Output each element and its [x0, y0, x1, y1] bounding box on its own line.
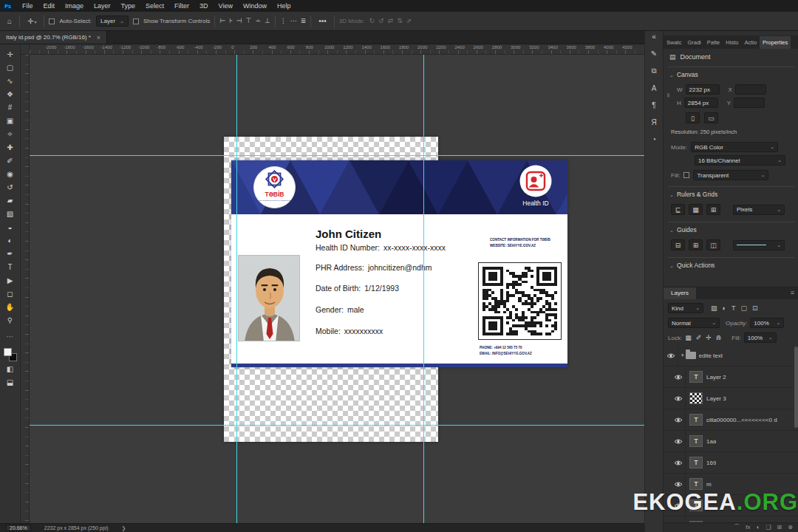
- filter-smart-icon[interactable]: ⊡: [752, 305, 758, 312]
- toggle-rulers-icon[interactable]: ⊑: [671, 204, 685, 215]
- horizontal-guide[interactable]: [30, 425, 644, 426]
- ruler-units-dropdown[interactable]: Pixels: [733, 205, 785, 215]
- menu-item-help[interactable]: Help: [272, 0, 296, 12]
- blend-mode-dropdown[interactable]: Normal: [668, 318, 720, 328]
- visibility-toggle-icon[interactable]: [671, 409, 686, 430]
- auto-select-dropdown[interactable]: Layer: [96, 16, 129, 27]
- panel-tab-histo[interactable]: Histo: [723, 36, 741, 49]
- guides-section-header[interactable]: ⌄Guides: [669, 226, 697, 233]
- tab-layers[interactable]: Layers: [664, 287, 696, 299]
- history-brush-tool-icon[interactable]: ↺: [1, 180, 19, 194]
- layers-scrollbar[interactable]: [794, 347, 798, 428]
- add-guide-icon[interactable]: ⊟: [671, 239, 685, 250]
- menu-item-select[interactable]: Select: [140, 0, 169, 12]
- layer-effects-icon[interactable]: fx: [746, 525, 750, 531]
- eraser-tool-icon[interactable]: ▰: [1, 194, 19, 207]
- shape-tool-icon[interactable]: ◻: [1, 287, 19, 300]
- canvas-width-field[interactable]: 2232 px: [686, 84, 720, 95]
- 3d-slide-icon[interactable]: ⇅: [397, 18, 403, 24]
- color-swatches[interactable]: [3, 347, 18, 362]
- menu-item-type[interactable]: Type: [116, 0, 141, 12]
- blur-tool-icon[interactable]: ◒: [1, 220, 19, 233]
- filter-pixel-icon[interactable]: ▨: [711, 305, 717, 312]
- status-menu-icon[interactable]: ❯: [122, 525, 126, 531]
- panel-tab-swatc[interactable]: Swatc: [664, 36, 684, 49]
- 3d-pan-icon[interactable]: ⇄: [388, 18, 394, 24]
- paragraph-panel-icon[interactable]: ¶: [652, 101, 655, 109]
- layer-row[interactable]: ▾edite text: [664, 345, 798, 366]
- guide-style-dropdown[interactable]: [733, 240, 785, 250]
- horizontal-ruler[interactable]: -2000-1800-1600-1400-1200-1000-800-600-4…: [30, 44, 644, 55]
- foreground-color-swatch[interactable]: [4, 348, 12, 356]
- toggle-grid-icon[interactable]: ▦: [689, 204, 703, 215]
- panel-tab-patte[interactable]: Patte: [704, 36, 723, 49]
- home-icon[interactable]: ⌂: [4, 16, 15, 27]
- visibility-toggle-icon[interactable]: [671, 452, 686, 473]
- rulers-grids-section-header[interactable]: ⌄Rulers & Grids: [669, 191, 717, 198]
- menu-item-image[interactable]: Image: [60, 0, 89, 12]
- layer-row[interactable]: TLayer 2: [664, 366, 798, 388]
- canvas-area[interactable]: TƏBİB TİBBİ ƏRAZİ BÖLMƏLƏRİNİ İDARƏETMƏ …: [30, 55, 644, 523]
- healing-brush-tool-icon[interactable]: ✚: [1, 140, 19, 154]
- 3d-orbit-icon[interactable]: ↻: [369, 18, 375, 24]
- 3d-roll-icon[interactable]: ↺: [378, 18, 384, 24]
- screen-mode-icon[interactable]: ⬓: [1, 375, 19, 389]
- pen-tool-icon[interactable]: ✒: [1, 247, 19, 260]
- collapse-panels-icon[interactable]: «: [652, 33, 656, 41]
- fill-dropdown[interactable]: Transparent: [693, 170, 768, 180]
- menu-item-edit[interactable]: Edit: [38, 0, 61, 12]
- quick-mask-icon[interactable]: ◧: [1, 362, 19, 375]
- zoom-level-field[interactable]: 20.66%: [6, 525, 31, 531]
- align-middle-icon[interactable]: ∸: [255, 18, 261, 24]
- lock-all-icon[interactable]: ⋒: [716, 335, 722, 341]
- brush-tool-icon[interactable]: ✐: [1, 154, 19, 167]
- layer-fill-dropdown[interactable]: 100%: [744, 332, 777, 343]
- fill-swatch[interactable]: [683, 172, 689, 178]
- color-mode-dropdown[interactable]: RGB Color: [691, 142, 778, 152]
- align-right-icon[interactable]: ⊣: [236, 18, 242, 24]
- new-group-icon[interactable]: ❑: [765, 525, 771, 531]
- move-tool-icon[interactable]: ✛: [1, 47, 19, 61]
- visibility-toggle-icon[interactable]: [671, 366, 686, 387]
- path-selection-tool-icon[interactable]: ▶: [1, 273, 19, 287]
- menu-item-view[interactable]: View: [214, 0, 238, 12]
- vertical-guide[interactable]: [423, 55, 424, 523]
- panel-menu-icon[interactable]: ≡: [786, 287, 798, 299]
- group-expand-icon[interactable]: ▾: [681, 352, 684, 358]
- clone-stamp-tool-icon[interactable]: ◉: [1, 167, 19, 180]
- layer-mask-icon[interactable]: ◐: [757, 525, 760, 531]
- canvas-height-field[interactable]: 2854 px: [684, 98, 718, 108]
- visibility-toggle-icon[interactable]: [671, 431, 686, 451]
- more-options-icon[interactable]: •••: [316, 16, 330, 27]
- layer-row[interactable]: Tcilla000000...<<<<<<<<0 d: [664, 409, 798, 431]
- lock-transparency-icon[interactable]: ▦: [685, 335, 692, 341]
- canvas-section-header[interactable]: ⌄Canvas: [669, 71, 698, 78]
- edit-toolbar-icon[interactable]: ⋯: [1, 330, 19, 343]
- menu-item-3d[interactable]: 3D: [194, 0, 214, 12]
- align-top-icon[interactable]: ⊤: [246, 18, 252, 24]
- bit-depth-dropdown[interactable]: 16 Bits/Channel: [695, 155, 785, 166]
- timeline-panel-icon[interactable]: ◔: [652, 135, 656, 143]
- glyphs-panel-icon[interactable]: Я: [651, 118, 656, 126]
- filter-type-icon[interactable]: T: [732, 305, 736, 312]
- app-icon[interactable]: Ps: [3, 1, 13, 10]
- filter-shape-icon[interactable]: ▢: [740, 305, 747, 312]
- align-bottom-icon[interactable]: ⊥: [265, 18, 270, 24]
- crop-tool-icon[interactable]: #: [1, 100, 19, 114]
- marquee-tool-icon[interactable]: ▢: [1, 61, 19, 74]
- brushes-panel-icon[interactable]: ✎: [651, 50, 657, 58]
- guide-layout-icon[interactable]: ⊞: [689, 239, 703, 250]
- close-tab-icon[interactable]: ×: [97, 34, 100, 41]
- portrait-orientation-button[interactable]: ▯: [686, 112, 700, 123]
- lock-paint-icon[interactable]: ✐: [696, 335, 702, 341]
- align-left-icon[interactable]: ⊢: [219, 18, 225, 24]
- layer-row[interactable]: T169: [664, 452, 798, 474]
- panel-tab-gradi[interactable]: Gradi: [684, 36, 703, 49]
- menu-item-window[interactable]: Window: [238, 0, 272, 12]
- menu-item-file[interactable]: File: [17, 0, 38, 12]
- panel-tab-actio[interactable]: Actio: [741, 36, 760, 49]
- distribute-spacing-icon[interactable]: ≣: [301, 18, 307, 24]
- visibility-toggle-icon[interactable]: [664, 345, 678, 366]
- layer-filter-kind-dropdown[interactable]: Kind: [668, 303, 703, 313]
- dodge-tool-icon[interactable]: ◐: [1, 233, 19, 247]
